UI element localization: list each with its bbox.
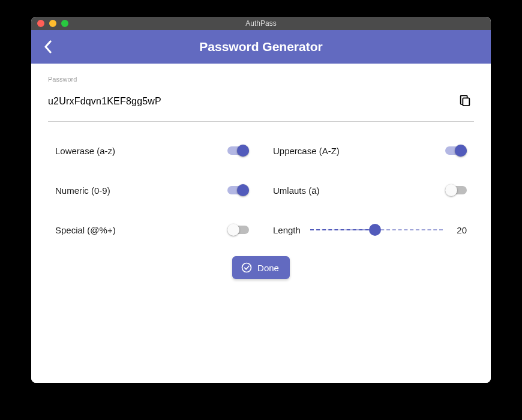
option-special: Special (@%+): [55, 219, 249, 241]
svg-point-1: [242, 263, 251, 272]
option-numeric: Numeric (0-9): [55, 179, 249, 201]
password-row: u2UrxFdqvn1KEF8gg5wP: [48, 91, 474, 122]
copy-icon: [458, 94, 472, 107]
special-toggle[interactable]: [227, 224, 249, 236]
back-button[interactable]: [31, 30, 65, 64]
option-label: Numeric (0-9): [55, 185, 110, 196]
uppercase-toggle[interactable]: [445, 145, 467, 157]
lowercase-toggle[interactable]: [227, 145, 249, 157]
zoom-window-button[interactable]: [61, 20, 68, 27]
done-label: Done: [257, 263, 279, 273]
option-label: Umlauts (ä): [273, 185, 320, 196]
length-value: 20: [452, 225, 467, 235]
svg-rect-0: [463, 98, 469, 106]
options-grid: Lowerase (a-z) Uppercase (A-Z) Numeric (…: [48, 134, 474, 241]
umlauts-toggle[interactable]: [445, 184, 467, 196]
window-controls: [37, 20, 68, 27]
minimize-window-button[interactable]: [49, 20, 56, 27]
numeric-toggle[interactable]: [227, 184, 249, 196]
option-length: Length 20: [273, 219, 467, 241]
app-bar: Password Generator: [31, 30, 491, 64]
option-lowercase: Lowerase (a-z): [55, 140, 249, 161]
option-uppercase: Uppercase (A-Z): [273, 140, 467, 161]
option-label: Length: [273, 225, 301, 235]
slider-thumb[interactable]: [369, 224, 381, 236]
option-label: Lowerase (a-z): [55, 146, 115, 156]
page-title: Password Generator: [31, 40, 491, 54]
option-label: Special (@%+): [55, 225, 116, 235]
window-title: AuthPass: [31, 19, 491, 28]
app-window: AuthPass Password Generator Password u2U…: [31, 17, 491, 383]
password-value[interactable]: u2UrxFdqvn1KEF8gg5wP: [48, 96, 161, 107]
check-circle-icon: [241, 262, 253, 274]
close-window-button[interactable]: [37, 20, 44, 27]
content-area: Password u2UrxFdqvn1KEF8gg5wP Lowerase (…: [31, 64, 491, 383]
done-row: Done: [48, 256, 474, 279]
password-field-label: Password: [48, 76, 474, 83]
option-label: Uppercase (A-Z): [273, 146, 340, 156]
option-umlauts: Umlauts (ä): [273, 179, 467, 201]
length-slider[interactable]: [310, 224, 443, 236]
copy-button[interactable]: [456, 91, 474, 112]
done-button[interactable]: Done: [232, 256, 290, 279]
chevron-left-icon: [44, 40, 52, 53]
titlebar[interactable]: AuthPass: [31, 17, 491, 30]
